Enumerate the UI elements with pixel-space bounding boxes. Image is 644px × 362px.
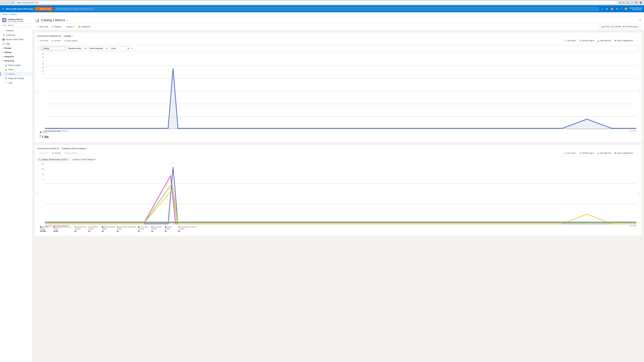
favorite-icon[interactable]: ☆ — [66, 19, 68, 21]
y-label-1k: 1k — [40, 70, 44, 72]
chart2-chart-area: 15k 10k 5k 0 — [40, 163, 636, 224]
chart2-edit-icon[interactable]: ✏ — [87, 147, 88, 149]
user-profile[interactable]: @microsoft.com MICROSOFT — [630, 7, 642, 10]
sidebar-item-alerts[interactable]: 🔔 Alerts — [0, 67, 32, 72]
share-button[interactable]: ↑ Share ▾ — [64, 25, 76, 29]
legend-item-9: SystemAppCrash azured _Catalog 6k — [178, 226, 196, 232]
sidebar-item-overview[interactable]: ○ Overview — [0, 28, 32, 33]
share-icon: ↑ — [66, 25, 66, 28]
chart1-line-chart-btn[interactable]: 📈 Line chart ▾ — [563, 39, 578, 42]
legend-sub-9: _Catalog — [178, 228, 184, 230]
split-tag-close[interactable]: ✕ — [94, 159, 96, 161]
iam-icon: 👥 — [2, 38, 5, 40]
chart1-scope-input[interactable] — [41, 47, 66, 50]
zoom-icon[interactable]: 🔍 — [626, 1, 630, 4]
hamburger-menu[interactable]: ≡ — [2, 7, 4, 11]
feedback-button[interactable]: 😊 Feedback ▾ — [76, 25, 93, 29]
feedback-nav-icon[interactable]: 😊 — [624, 7, 628, 11]
new-chart-button[interactable]: + + New chart — [35, 25, 50, 29]
chart1-save-dashboard-btn[interactable]: 📌 Save to dashboard ▾ — [613, 39, 634, 42]
sidebar-label-metrics: Metrics — [9, 73, 15, 75]
bookmark-icon[interactable]: 🔖 — [634, 1, 638, 4]
legend-item-7: Kernel Panic Catalog 6k — [151, 226, 163, 232]
chart1-confirm-icon[interactable]: ✓ — [131, 47, 133, 50]
sidebar-label-manage: Manage — [4, 47, 11, 49]
notifications-icon[interactable]: 🔔 1 — [610, 7, 614, 11]
collapse-sidebar-btn[interactable]: « — [2, 24, 2, 26]
legend-item-4: AppFailedToStart Catalog 6k — [102, 226, 115, 232]
profile-icon[interactable]: 👤 — [639, 1, 642, 4]
sidebar-item-activity-log[interactable]: 📋 Activity log — [0, 33, 32, 37]
chart2-more-btn[interactable]: ··· — [635, 151, 639, 155]
report-bug-button[interactable]: 🐛 Report a bug — [35, 7, 52, 11]
chart2-add-filter-btn[interactable]: ⊞ Add filter — [50, 151, 62, 155]
more-options-icon[interactable]: ··· — [70, 19, 72, 21]
sidebar-label-logs: Logs — [8, 82, 12, 84]
drag-handle[interactable]: ⠿ — [39, 47, 40, 49]
cloud-shell-icon[interactable]: ⬡ — [601, 7, 604, 11]
x2-label-utc: UTC-07:00 — [629, 225, 636, 227]
global-search[interactable] — [54, 7, 599, 11]
chart2-alert-rule-btn[interactable]: 🔔 New alert rule — [596, 151, 612, 155]
chart2-drill-logs-btn[interactable]: 📋 Drill into Logs ▾ — [578, 151, 596, 155]
forward-button[interactable]: → — [6, 1, 10, 4]
breadcrumb-home[interactable]: Home — [2, 13, 8, 15]
help-icon[interactable]: ? — [620, 7, 623, 11]
y-label-4: 4 — [40, 60, 44, 61]
address-bar[interactable] — [15, 1, 618, 4]
favorites-icon[interactable]: ☆ — [630, 1, 634, 4]
sidebar-section-manage[interactable]: ▸ Manage — [0, 46, 32, 50]
sidebar-search-input[interactable] — [6, 23, 31, 27]
chart2-container: Count Device Events for Catalog by Event… — [34, 145, 642, 236]
sidebar-section-integration[interactable]: ▸ Integration — [0, 54, 32, 59]
sidebar-item-tags[interactable]: 🏷 Tags — [0, 41, 32, 46]
back-button[interactable]: ← — [2, 1, 5, 4]
chart1-apply-splitting-btn[interactable]: ⊕ Apply splitting — [63, 39, 78, 42]
chart1-namespace-select[interactable]: Standard metrics — [66, 46, 87, 50]
chart2-line-chart-btn[interactable]: 📈 Line chart ▾ — [563, 151, 578, 155]
refresh-button[interactable]: ↻ — [11, 1, 14, 4]
tags-icon: 🏷 — [2, 42, 5, 45]
add-metric-icon: + — [38, 40, 39, 42]
chart2-add-metric-btn[interactable]: + Add metric — [37, 151, 50, 155]
sidebar-item-logs[interactable]: 📄 Logs — [0, 80, 32, 85]
sidebar-label-device-insights: Device insights — [8, 64, 21, 66]
logs-icon: 📄 — [5, 81, 7, 84]
diagnostic-settings-icon: ⚙ — [5, 77, 7, 79]
sidebar-item-metrics[interactable]: 📈 Metrics — [0, 72, 32, 76]
chart1-nav-right[interactable]: › — [638, 89, 641, 93]
chart1-nav-left[interactable]: ‹ — [35, 89, 39, 93]
scope-tag-close[interactable]: ✕ — [66, 159, 68, 161]
chart1-alert-rule-btn[interactable]: 🔔 New alert rule — [596, 39, 612, 42]
breadcrumb-catalog[interactable]: Catalog — [10, 13, 16, 15]
chart2-save-dashboard-btn[interactable]: 📌 Save to dashboard ▾ — [613, 151, 634, 155]
sidebar: 📊 Catalog | Metrics Azure Sphere Catalog… — [0, 16, 32, 362]
extensions-icon[interactable]: ⊞ — [619, 1, 622, 4]
close-page-button[interactable]: ✕ — [639, 19, 641, 22]
directory-icon[interactable]: ⊞ — [605, 7, 608, 11]
chart1-add-metric-btn[interactable]: + Add metric — [37, 39, 50, 42]
sidebar-item-diagnostic-settings[interactable]: ⚙ Diagnostic settings — [0, 76, 32, 80]
chart1-aggregation-select[interactable]: Count — [109, 46, 130, 50]
alert-icon2: 🔔 — [597, 152, 600, 154]
settings-icon[interactable]: ⚙ — [616, 7, 619, 11]
chart2-nav-right[interactable]: › — [638, 192, 641, 195]
chart2-split-tag[interactable]: ⊕ Split by = Event Category ✕ — [70, 158, 98, 161]
time-range-button[interactable]: Local Time: 7/31 2:45 PM - 8/9 2:45 PM (… — [599, 25, 641, 29]
sidebar-section-settings[interactable]: ▸ Settings — [0, 50, 32, 54]
legend-sub-4: Catalog — [102, 228, 107, 230]
chart1-edit-icon[interactable]: ✏ — [72, 35, 73, 37]
chart2-apply-splitting-btn[interactable]: ⊕ Apply splitting — [63, 151, 78, 155]
chart1-add-filter-btn[interactable]: ⊞ Add filter — [50, 39, 62, 42]
refresh-button[interactable]: ↻ Refresh — [51, 25, 63, 29]
sidebar-section-monitoring[interactable]: ▾ Monitoring — [0, 59, 32, 63]
chart1-metric-select[interactable]: Device Requests — [88, 46, 108, 50]
font-size-icon[interactable]: A — [622, 1, 625, 4]
chart2-scope-tag[interactable]: ⠿ _Catalog · Device Events, Count ✕ — [37, 158, 70, 161]
sidebar-item-device-insights[interactable]: 📊 Device insights — [0, 63, 32, 67]
chart2-nav-left[interactable]: ‹ — [35, 192, 39, 195]
sidebar-item-iam[interactable]: 👥 Access control (IAM) — [0, 37, 32, 41]
page-icon: 📊 — [35, 18, 40, 22]
chart1-drill-logs-btn[interactable]: 📋 Drill into Logs ▾ — [578, 39, 596, 42]
chart1-more-btn[interactable]: ··· — [635, 39, 639, 42]
